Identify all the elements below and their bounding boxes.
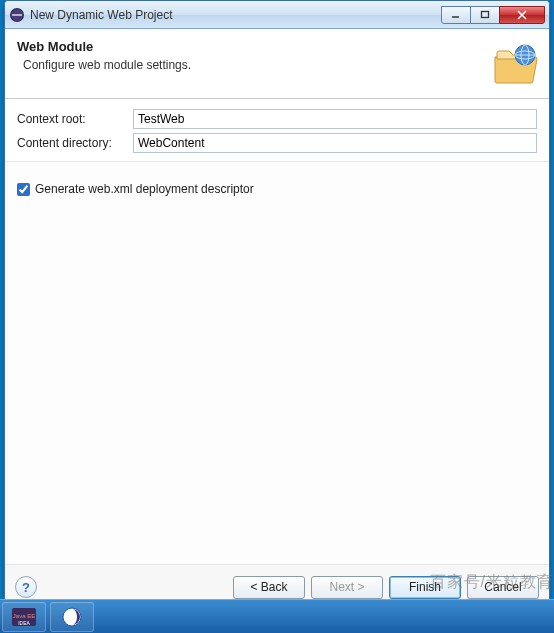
content-dir-label: Content directory: (17, 136, 133, 150)
taskbar[interactable]: Java EE IDEA (0, 599, 554, 633)
folder-web-icon (491, 43, 539, 85)
page-subtitle: Configure web module settings. (23, 58, 537, 72)
eclipse-icon (9, 7, 25, 23)
content-dir-input[interactable] (133, 133, 537, 153)
generate-webxml-checkbox[interactable] (17, 183, 30, 196)
svg-text:Java EE: Java EE (13, 613, 35, 619)
generate-webxml-label[interactable]: Generate web.xml deployment descriptor (35, 182, 254, 196)
generate-webxml-row: Generate web.xml deployment descriptor (17, 182, 537, 196)
page-title: Web Module (17, 39, 537, 54)
svg-text:IDEA: IDEA (18, 620, 30, 626)
help-icon[interactable]: ? (15, 576, 37, 598)
finish-button[interactable]: Finish (389, 576, 461, 599)
svg-rect-3 (482, 11, 489, 17)
back-button[interactable]: < Back (233, 576, 305, 599)
form-area: Context root: Content directory: (5, 99, 549, 161)
maximize-button[interactable] (470, 6, 500, 24)
window-title: New Dynamic Web Project (30, 8, 442, 22)
content-dir-row: Content directory: (17, 133, 537, 153)
context-root-row: Context root: (17, 109, 537, 129)
dialog-window: New Dynamic Web Project Web Module Confi… (4, 0, 550, 610)
wizard-header: Web Module Configure web module settings… (5, 29, 549, 99)
titlebar[interactable]: New Dynamic Web Project (5, 1, 549, 29)
context-root-input[interactable] (133, 109, 537, 129)
taskbar-item-eclipse[interactable] (50, 602, 94, 632)
next-button: Next > (311, 576, 383, 599)
taskbar-item-javaee[interactable]: Java EE IDEA (2, 602, 46, 632)
cancel-button[interactable]: Cancel (467, 576, 539, 599)
content-area: Generate web.xml deployment descriptor (5, 161, 549, 565)
minimize-button[interactable] (441, 6, 471, 24)
window-controls (442, 6, 545, 24)
context-root-label: Context root: (17, 112, 133, 126)
close-button[interactable] (499, 6, 545, 24)
